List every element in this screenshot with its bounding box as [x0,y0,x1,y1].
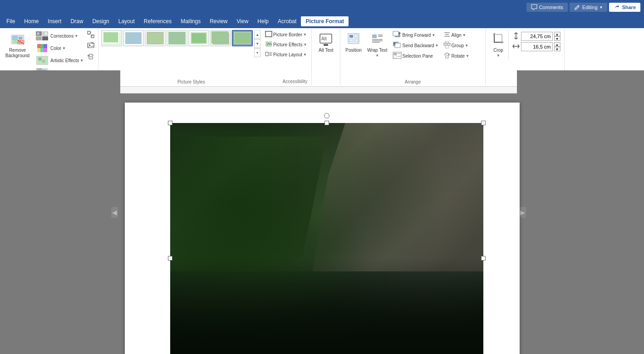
gallery-scroll-up[interactable]: ▲ [254,30,261,39]
menu-help[interactable]: Help [253,16,273,26]
document-page [125,103,520,354]
send-backward-label: Send Backward [403,43,434,48]
picture-options: Picture Border ▼ Picture Effects ▼ Pictu… [263,30,309,59]
nature-image [170,123,483,354]
style-thumb-3[interactable] [145,30,166,46]
align-arrow: ▼ [462,33,466,37]
styles-row-1 [101,30,253,46]
menu-review[interactable]: Review [205,16,232,26]
style-thumb-7[interactable] [232,30,253,46]
rotate-button[interactable]: Rotate ▼ [442,51,482,61]
height-input[interactable] [521,32,553,41]
svg-rect-71 [395,43,400,48]
scroll-left-arrow[interactable]: ◀ [111,207,118,218]
menu-view[interactable]: View [232,16,253,26]
handle-top-center[interactable] [324,121,329,125]
svg-rect-50 [265,52,268,56]
svg-rect-11 [37,44,40,48]
menu-references[interactable]: References [139,16,176,26]
bring-forward-label: Bring Forward [403,33,431,38]
accessibility-label[interactable]: Accessibility [281,79,309,84]
align-button[interactable]: Align ▼ [442,30,482,40]
handle-rotate[interactable] [324,113,329,118]
size-inputs: ▲ ▼ ▲ ▼ [511,30,561,53]
right-margin: ▶ [517,93,644,354]
style-thumb-5[interactable] [188,30,209,46]
adjust-extra-btns [86,30,95,62]
menu-mailings[interactable]: Mailings [176,16,205,26]
comments-button[interactable]: Comments [526,3,568,12]
color-arrow: ▼ [62,46,66,50]
wrap-text-button[interactable]: Wrap Text ▼ [365,30,390,60]
menu-acrobat[interactable]: Acrobat [273,16,301,26]
artistic-effects-label: Artistic Effects [50,58,79,63]
handle-top-right[interactable] [481,121,486,125]
picture-layout-button[interactable]: Picture Layout ▼ [263,50,309,59]
svg-rect-74 [394,56,397,58]
style-thumb-6[interactable] [210,30,231,46]
position-button[interactable]: Position [343,30,364,55]
menu-layout[interactable]: Layout [114,16,139,26]
handle-middle-left[interactable] [168,256,172,261]
corrections-button[interactable]: Corrections ▼ [33,30,85,42]
wrap-text-icon [370,32,384,47]
bring-forward-button[interactable]: Bring Forward ▼ [391,30,441,40]
style-thumb-4[interactable] [167,30,187,46]
crop-button[interactable]: Crop ▼ [488,30,509,60]
style-thumb-1[interactable] [101,30,122,46]
menu-insert[interactable]: Insert [43,16,66,26]
send-backward-icon [393,41,402,49]
editing-button[interactable]: Editing ▼ [570,3,608,12]
selection-pane-button[interactable]: Selection Pane [391,51,441,61]
height-spin-down[interactable]: ▼ [554,36,560,41]
gallery-scroll-down[interactable]: ▼ [254,39,261,48]
width-input[interactable] [521,42,553,51]
width-spin-up[interactable]: ▲ [554,42,560,47]
menu-picture-format[interactable]: Picture Format [301,16,349,26]
handle-top-left[interactable] [168,121,172,125]
picture-effects-button[interactable]: Picture Effects ▼ [263,40,309,49]
svg-rect-7 [36,36,42,40]
picture-styles-content: ▲ ▼ ▾ Picture Border ▼ Picture Effe [101,30,309,79]
crop-arrow: ▼ [497,54,500,58]
menu-draw[interactable]: Draw [66,16,88,26]
picture-border-arrow: ▼ [303,33,307,37]
artistic-effects-arrow: ▼ [80,59,84,63]
handle-middle-right[interactable] [481,256,486,261]
send-backward-button[interactable]: Send Backward ▼ [391,40,441,50]
menu-file[interactable]: File [2,16,20,26]
width-spinner: ▲ ▼ [554,42,560,51]
title-bar: Comments Editing ▼ Share [0,0,644,15]
editing-label: Editing [582,5,598,10]
compress-pictures-button[interactable] [86,30,95,40]
change-picture-button[interactable] [86,41,95,51]
height-spin-up[interactable]: ▲ [554,32,560,36]
remove-background-label: Remove Background [5,48,30,59]
width-row: ▲ ▼ [512,42,560,51]
position-icon [346,32,361,47]
picture-border-button[interactable]: Picture Border ▼ [263,30,309,39]
align-group-buttons: Align ▼ Group ▼ Rotate ▼ [442,30,482,61]
gallery-more[interactable]: ▾ [254,48,261,57]
artistic-effects-button[interactable]: Artistic Effects ▼ [33,54,85,66]
wrap-text-label: Wrap Text [367,48,388,53]
selection-pane-icon [393,52,402,60]
menu-home[interactable]: Home [20,16,43,26]
width-spin-down[interactable]: ▼ [554,47,560,51]
reset-picture-button[interactable] [86,52,95,62]
remove-background-button[interactable]: Remove Background [3,30,32,61]
svg-rect-83 [446,56,448,58]
group-button[interactable]: Group ▼ [442,40,482,50]
menu-design[interactable]: Design [88,16,113,26]
svg-rect-48 [265,31,272,37]
style-thumb-2[interactable] [123,30,144,46]
color-button[interactable]: Color ▼ [33,42,85,54]
image-container[interactable] [170,123,483,354]
picture-effects-icon [265,41,272,48]
picture-layout-icon [265,51,272,58]
alt-text-button[interactable]: Alt Alt Text [315,30,337,55]
svg-rect-12 [40,44,44,48]
scroll-right-arrow[interactable]: ▶ [519,207,526,218]
share-button[interactable]: Share [609,3,640,12]
artistic-effects-icon [35,55,49,65]
